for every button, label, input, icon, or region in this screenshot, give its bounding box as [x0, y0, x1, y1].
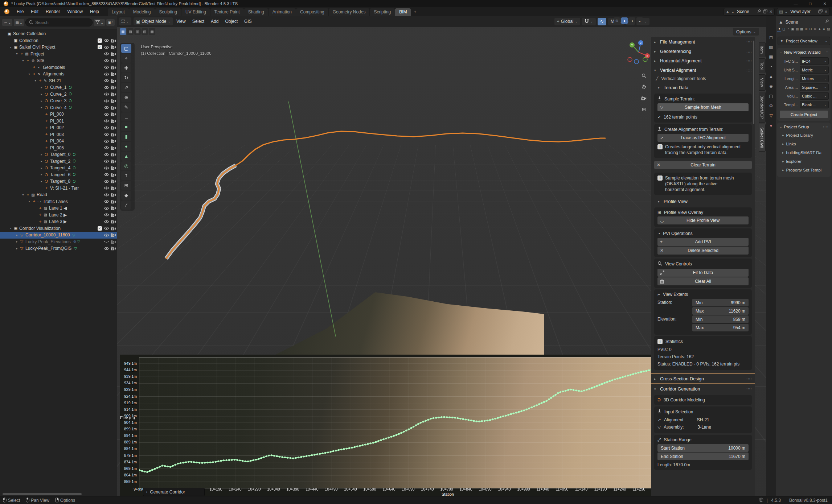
tree-item-project[interactable]: ▾⌖▤Project — [0, 51, 117, 58]
tree-item-tangent-0[interactable]: ▸ƆTangent_0Ɔ — [0, 151, 117, 158]
pan-hand-icon[interactable] — [642, 84, 646, 91]
viewport-menu-gis[interactable]: GIS — [241, 19, 255, 24]
sidebar-tab-tool[interactable]: Tool — [759, 58, 766, 73]
visibility-eye-toggle[interactable] — [103, 79, 110, 83]
tree-item-lane-2[interactable]: ⌖▨Lane 2 ▶ — [0, 212, 117, 219]
collapse-icon[interactable]: ▾ — [21, 193, 25, 197]
render-visibility-toggle[interactable] — [110, 166, 117, 170]
field-dropdown[interactable]: Meters⌄ — [800, 75, 829, 82]
tool-preset-icon-3[interactable]: ▥ — [134, 28, 141, 35]
visibility-eye-toggle[interactable] — [103, 45, 110, 49]
extent-station-min-field[interactable]: Min9990 m — [692, 299, 749, 306]
bonsai-tab-5[interactable]: ▤ — [795, 27, 799, 32]
pin-icon[interactable] — [757, 9, 761, 14]
workspace-tab-layout[interactable]: Layout — [108, 8, 129, 16]
render-visibility-toggle[interactable] — [110, 240, 117, 244]
workspace-tab-geometry-nodes[interactable]: Geometry Nodes — [329, 8, 370, 16]
visibility-eye-toggle[interactable] — [103, 126, 110, 130]
panel-cross-section-design[interactable]: ▸Cross-Section Design∷∷ — [651, 373, 755, 383]
panel-grip-icon[interactable]: ∷∷ — [823, 125, 828, 129]
transform-orientation-selector[interactable]: ⌖ Global ⌄ — [554, 18, 580, 25]
generate-corridor-operator[interactable]: › Generate Corridor — [143, 488, 205, 496]
tree-item-corridor-visualization[interactable]: ▾▣Corridor Visualization✓ — [0, 225, 117, 232]
tree-item-pi-003[interactable]: ⌖PI_003 — [0, 131, 117, 138]
render-visibility-toggle[interactable] — [110, 79, 117, 83]
outliner-horizontal-scrollbar[interactable] — [3, 493, 82, 495]
tree-item-tangent-6[interactable]: ▸ƆTangent_6Ɔ — [0, 172, 117, 178]
properties-tab-object[interactable]: ▢ — [769, 94, 773, 99]
visibility-eye-toggle[interactable] — [103, 153, 110, 157]
visibility-eye-toggle[interactable] — [103, 99, 110, 103]
field-dropdown[interactable]: IFC4⌄ — [800, 57, 829, 65]
display-mode-button[interactable]: ▤⌄ — [14, 19, 24, 26]
workspace-tab-texture-paint[interactable]: Texture Paint — [210, 8, 244, 16]
tree-item-sh-21[interactable]: ▾⌖✎SH-21 — [0, 78, 117, 84]
tree-item-pi-001[interactable]: ⌖PI_001 — [0, 118, 117, 125]
rendered-shading-icon[interactable]: ◒ — [636, 17, 643, 24]
close-button[interactable]: ✕ — [817, 0, 832, 7]
render-visibility-toggle[interactable] — [110, 226, 117, 231]
panel-grip-icon[interactable]: ∷∷ — [746, 59, 752, 63]
visibility-eye-toggle[interactable] — [103, 179, 110, 183]
tree-item-saikei-civil-project[interactable]: ▾▣Saikei Civil Project✓ — [0, 44, 117, 51]
render-visibility-toggle[interactable] — [110, 99, 117, 103]
bonsai-tab-4[interactable]: ▣ — [791, 27, 795, 32]
project-overview-dropdown[interactable]: ✦ Project Overview ⌄ — [778, 37, 830, 45]
extent-xmax-field[interactable]: Max954 m — [692, 324, 749, 331]
panel-grip-icon[interactable]: ∷∷ — [746, 387, 752, 391]
tool-cursor[interactable]: ⌖ — [121, 54, 131, 63]
setup-item-project-library[interactable]: ▸Project Library — [777, 131, 831, 140]
include-checkbox[interactable]: ✓ — [96, 226, 103, 231]
tree-item-v-sh-21-terr[interactable]: ⌖V: SH-21 - Terr — [0, 185, 117, 192]
field-dropdown[interactable]: Blank ...⌄ — [800, 101, 829, 108]
visibility-eye-toggle[interactable] — [103, 186, 110, 190]
sidebar-tab-blendermcp[interactable]: BlenderMCP — [759, 92, 766, 123]
expand-icon[interactable]: ▸ — [39, 106, 44, 109]
properties-tab-view-layer[interactable]: ◔ — [770, 64, 772, 69]
tree-item-tangent-4[interactable]: ▸ƆTangent_4Ɔ — [0, 165, 117, 172]
panel-project-setup[interactable]: ⌄ Project Setup ∷∷ — [777, 123, 831, 131]
visibility-eye-toggle[interactable] — [103, 240, 110, 244]
expand-icon[interactable]: ▸ — [39, 180, 44, 183]
bonsai-tab-12[interactable]: ▨ — [827, 27, 831, 32]
panel-profile-view[interactable]: ▾Profile View — [651, 197, 755, 206]
blender-menu-icon[interactable] — [4, 9, 9, 14]
profile-chart[interactable] — [139, 357, 652, 488]
visibility-eye-toggle[interactable] — [103, 233, 110, 237]
visibility-eye-toggle[interactable] — [103, 226, 110, 230]
panel-grip-icon[interactable]: ∷∷ — [746, 40, 752, 44]
bonsai-tab-1[interactable]: ✦ — [777, 27, 781, 32]
checkbox-icon[interactable]: ✓ — [98, 226, 102, 231]
collapse-icon[interactable]: ▾ — [27, 200, 32, 203]
tree-item-lane-3[interactable]: ⌖▨Lane 3 ▶ — [0, 218, 117, 225]
bonsai-tab-6[interactable]: ▦ — [800, 27, 804, 32]
new-viewlayer-icon[interactable] — [818, 9, 823, 14]
viewport-menu-add[interactable]: Add — [208, 19, 222, 24]
tool-annotate[interactable]: ✎ — [121, 103, 131, 112]
render-visibility-toggle[interactable] — [110, 58, 117, 63]
tool-add-sphere[interactable]: ● — [121, 142, 131, 151]
workspace-tab-bim[interactable]: BIM — [395, 8, 411, 16]
sidebar-tab-item[interactable]: Item — [759, 42, 766, 57]
setup-item-explorer[interactable]: ▸Explorer — [777, 157, 831, 166]
field-dropdown[interactable]: Metric⌄ — [800, 66, 829, 74]
alignment-curve[interactable] — [166, 131, 605, 259]
render-visibility-toggle[interactable] — [110, 112, 117, 116]
tool-move[interactable]: ✚ — [121, 63, 131, 73]
tool-scale[interactable]: ⇗ — [121, 83, 131, 92]
expand-icon[interactable]: ▸ — [15, 240, 19, 243]
visibility-eye-toggle[interactable] — [103, 106, 110, 110]
tool-measure[interactable]: ∟ — [121, 112, 131, 121]
workspace-tab-scripting[interactable]: Scripting — [370, 8, 395, 16]
proportional-editing-toggle[interactable]: ∿ — [598, 18, 606, 25]
field-dropdown[interactable]: Square...⌄ — [800, 83, 829, 91]
expand-icon[interactable]: ▸ — [39, 160, 44, 163]
visibility-eye-toggle[interactable] — [103, 139, 110, 143]
extent-xmax-field[interactable]: Max11620 m — [692, 307, 749, 315]
render-visibility-toggle[interactable] — [110, 219, 117, 224]
filter-button[interactable]: ⌄ — [94, 19, 105, 26]
delete-selected-button[interactable]: ✕Delete Selected — [657, 247, 749, 255]
gizmo-z-neg[interactable] — [634, 59, 639, 64]
panel-grip-icon[interactable]: ∷∷ — [746, 50, 752, 54]
tree-item-lucky-peak-elevations[interactable]: ▸▽Lucky-Peak_Elevations⚙▽ — [0, 239, 117, 245]
